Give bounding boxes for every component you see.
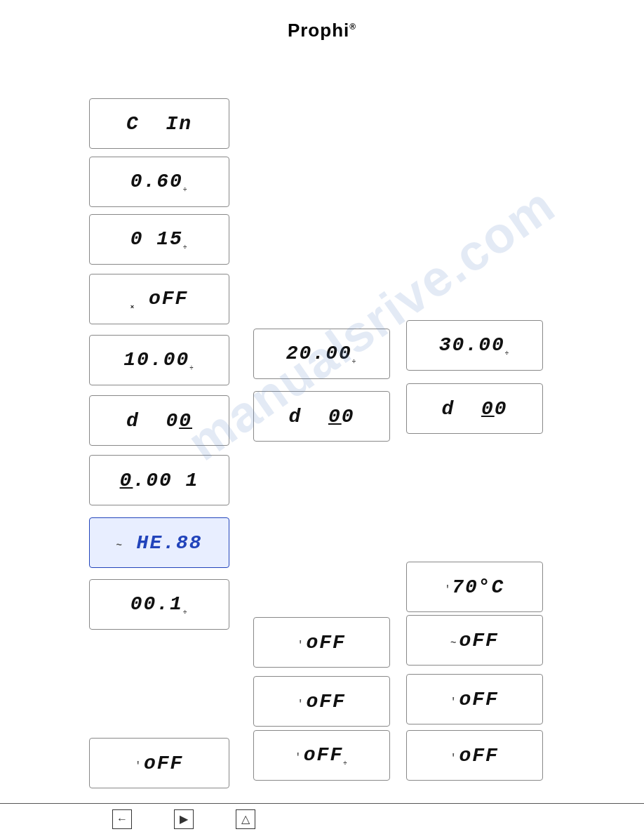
display-box-2: 0.60÷ xyxy=(89,157,229,207)
display-box-5: 10.00÷ xyxy=(89,335,229,385)
display-text-11: 20.00÷ xyxy=(286,343,357,366)
display-box-4: × oFF xyxy=(89,274,229,324)
triangle-icon: △ xyxy=(241,812,250,826)
display-box-18: '70°C xyxy=(406,562,543,612)
display-text-15: 'oFF÷ xyxy=(295,744,348,767)
display-text-3: 0 15÷ xyxy=(130,228,189,251)
display-text-7: 0.00 1 xyxy=(120,470,199,491)
display-text-19: ~oFF xyxy=(450,630,499,651)
back-arrow-icon: ← xyxy=(116,813,128,826)
nav-play-icon[interactable]: ▶ xyxy=(174,809,194,829)
bottom-nav-bar: ← ▶ △ xyxy=(0,803,644,834)
display-text-13: 'oFF xyxy=(297,632,346,654)
display-box-14: 'oFF xyxy=(253,676,390,727)
display-box-6: d 00 xyxy=(89,395,229,446)
display-text-12: d 00 xyxy=(288,406,354,428)
display-box-20: 'oFF xyxy=(406,674,543,724)
display-text-4: × oFF xyxy=(130,288,189,311)
display-text-5: 10.00÷ xyxy=(123,349,194,372)
display-box-3: 0 15÷ xyxy=(89,214,229,265)
display-text-17: d 00 xyxy=(441,398,507,420)
display-text-8: ~ HE.88 xyxy=(116,532,202,554)
display-text-1: C In xyxy=(126,113,192,135)
display-box-8: ~ HE.88 xyxy=(89,517,229,568)
display-box-21: 'oFF xyxy=(406,730,543,781)
page-container: Prophi® manualsrive.com C In 0.60÷ 0 15÷… xyxy=(0,0,644,834)
display-box-10: 'oFF xyxy=(89,738,229,788)
display-box-17: d 00 xyxy=(406,383,543,434)
play-arrow-icon: ▶ xyxy=(180,812,188,826)
display-box-13: 'oFF xyxy=(253,617,390,668)
display-box-1: C In xyxy=(89,98,229,149)
display-text-10: 'oFF xyxy=(135,753,184,774)
display-box-19: ~oFF xyxy=(406,615,543,666)
display-box-15: 'oFF÷ xyxy=(253,730,390,781)
display-box-7: 0.00 1 xyxy=(89,455,229,505)
brand-logo: Prophi® xyxy=(288,20,356,41)
display-text-16: 30.00÷ xyxy=(439,334,510,357)
display-text-2: 0.60÷ xyxy=(130,171,189,194)
display-text-9: 00.1÷ xyxy=(130,593,189,616)
display-text-6: d 00 xyxy=(126,410,192,432)
nav-back-icon[interactable]: ← xyxy=(112,809,132,829)
display-box-16: 30.00÷ xyxy=(406,320,543,371)
display-box-9: 00.1÷ xyxy=(89,579,229,630)
header: Prophi® xyxy=(0,0,644,48)
nav-alert-icon[interactable]: △ xyxy=(236,809,255,829)
display-text-21: 'oFF xyxy=(450,745,499,767)
display-box-12: d 00 xyxy=(253,391,390,442)
display-text-20: 'oFF xyxy=(450,689,499,710)
display-box-11: 20.00÷ xyxy=(253,329,390,379)
display-text-14: 'oFF xyxy=(297,691,346,713)
display-text-18: '70°C xyxy=(445,576,505,598)
